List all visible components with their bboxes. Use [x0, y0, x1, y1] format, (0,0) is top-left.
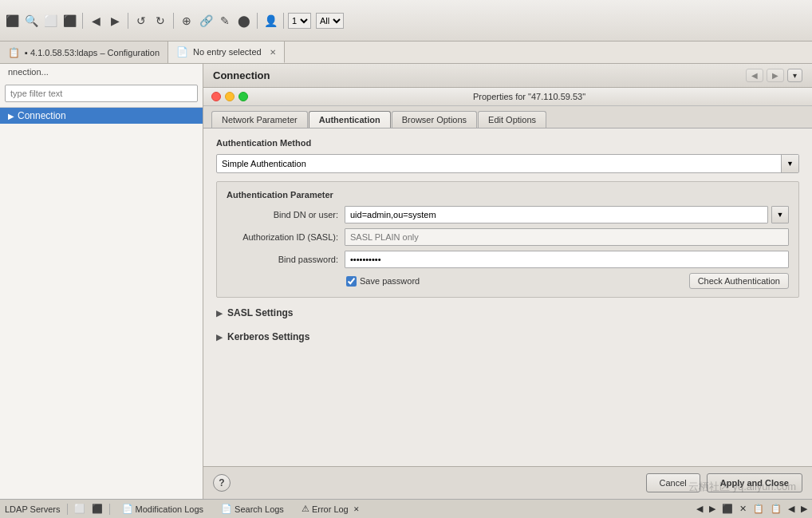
- ldap-servers-label: LDAP Servers: [5, 504, 61, 514]
- window-icon-2[interactable]: ⬛: [92, 504, 103, 514]
- toolbar-icon-3[interactable]: ⬜: [41, 12, 59, 30]
- tab-edit-label: Edit Options: [488, 115, 536, 125]
- cancel-button[interactable]: Cancel: [646, 473, 700, 492]
- toolbar-sep-5: [283, 13, 284, 29]
- tabs-bar: 📋 ▪ 4.1.0.58.53:ldaps – Configuration 📄 …: [0, 42, 812, 64]
- error-log-close[interactable]: ✕: [353, 505, 360, 513]
- toolbar-select-2[interactable]: All: [316, 13, 344, 29]
- status-bar: LDAP Servers ⬜ ⬛ 📄 Modification Logs 📄 S…: [0, 499, 812, 518]
- kerberos-settings-header[interactable]: ▶ Kerberos Settings: [216, 328, 799, 346]
- sasl-settings-section: ▶ SASL Settings: [216, 304, 799, 322]
- help-label: ?: [219, 477, 224, 488]
- toolbar-sep-1: [82, 13, 83, 29]
- sasl-settings-label: SASL Settings: [227, 307, 293, 318]
- toolbar-icon-10[interactable]: 🔗: [197, 12, 215, 30]
- auth-params-title: Authentication Parameter: [227, 190, 789, 200]
- status-forward[interactable]: ▶: [801, 504, 807, 514]
- tab-network-parameter[interactable]: Network Parameter: [211, 111, 308, 128]
- kerberos-settings-label: Kerberos Settings: [227, 331, 309, 342]
- app-frame: ⬛ 🔍 ⬜ ⬛ ◀ ▶ ↺ ↻ ⊕ 🔗 ✎ ⬤ 👤 1 All 📋 ▪ 4.1.…: [0, 0, 812, 518]
- toolbar-icon-11[interactable]: ✎: [216, 12, 234, 30]
- bind-dn-input[interactable]: [345, 206, 768, 223]
- status-sep-2: [109, 504, 110, 515]
- sidebar-tree: ▶ Connection: [0, 108, 203, 499]
- bind-dn-dropdown-btn[interactable]: ▼: [771, 206, 789, 223]
- status-tab-search[interactable]: 📄 Search Logs: [215, 502, 290, 516]
- save-password-label[interactable]: Save password: [346, 276, 420, 287]
- status-tab-error[interactable]: ⚠ Error Log ✕: [296, 502, 365, 516]
- auth-id-input[interactable]: [345, 228, 789, 246]
- window-close-btn[interactable]: [211, 92, 221, 101]
- status-minimize[interactable]: ⬛: [722, 504, 733, 514]
- window-icon-1[interactable]: ⬜: [74, 504, 85, 514]
- kerberos-settings-section: ▶ Kerberos Settings: [216, 328, 799, 346]
- toolbar-sep-2: [128, 13, 128, 29]
- toolbar-icon-6[interactable]: ▶: [106, 12, 124, 30]
- props-title-bar: Properties for "47.110.59.53": [203, 88, 812, 106]
- sasl-arrow-icon: ▶: [216, 309, 223, 318]
- tab-network-label: Network Parameter: [222, 115, 298, 125]
- status-back[interactable]: ◀: [788, 504, 794, 514]
- toolbar-sep-4: [257, 13, 258, 29]
- toolbar-select-1[interactable]: 1: [288, 13, 311, 29]
- bind-password-input[interactable]: [345, 251, 789, 268]
- status-tab-modification[interactable]: 📄 Modification Logs: [116, 502, 210, 516]
- top-toolbar: ⬛ 🔍 ⬜ ⬛ ◀ ▶ ↺ ↻ ⊕ 🔗 ✎ ⬤ 👤 1 All: [0, 0, 812, 42]
- toolbar-icon-1[interactable]: ⬛: [3, 12, 21, 30]
- search-logs-icon: 📄: [221, 504, 232, 514]
- toolbar-icon-5[interactable]: ◀: [87, 12, 104, 30]
- auth-id-label: Authorization ID (SASL):: [227, 232, 338, 242]
- auth-id-row: Authorization ID (SASL):: [227, 228, 789, 246]
- auth-method-select[interactable]: Simple Authentication: [216, 154, 799, 173]
- tab-configuration[interactable]: 📋 ▪ 4.1.0.58.53:ldaps – Configuration: [0, 42, 168, 63]
- toolbar-icons: ⬛ 🔍 ⬜ ⬛ ◀ ▶ ↺ ↻ ⊕ 🔗 ✎ ⬤ 👤 1 All: [3, 12, 344, 30]
- window-max-btn[interactable]: [238, 92, 248, 101]
- apply-close-button[interactable]: Apply and Close: [707, 473, 802, 492]
- auth-method-select-wrapper: Simple Authentication ▼: [216, 154, 799, 173]
- tab-noentry-icon: 📄: [176, 46, 188, 57]
- filter-input[interactable]: [5, 85, 198, 102]
- dialog-nav: ◀ ▶ ▾: [746, 69, 802, 82]
- auth-method-group: Authentication Method Simple Authenticat…: [216, 138, 799, 173]
- save-password-checkbox[interactable]: [346, 276, 357, 287]
- status-close[interactable]: ✕: [739, 504, 747, 514]
- tab-browser-options[interactable]: Browser Options: [392, 111, 477, 128]
- bind-password-row: Bind password:: [227, 251, 789, 268]
- status-copy-1[interactable]: 📋: [753, 504, 764, 514]
- sidebar-item-connection[interactable]: ▶ Connection: [0, 108, 203, 124]
- toolbar-icon-2[interactable]: 🔍: [22, 12, 40, 30]
- tab-auth-label: Authentication: [319, 115, 380, 125]
- props-tabs: Network Parameter Authentication Browser…: [203, 106, 812, 128]
- status-nav-right[interactable]: ▶: [709, 504, 715, 514]
- props-title-text: Properties for "47.110.59.53": [254, 92, 804, 101]
- toolbar-icon-12[interactable]: ⬤: [235, 12, 253, 30]
- sidebar: nnection... ▶ Connection: [0, 64, 203, 499]
- status-nav-left[interactable]: ◀: [696, 504, 703, 514]
- toolbar-icon-7[interactable]: ↺: [132, 12, 150, 30]
- toolbar-icon-4[interactable]: ⬛: [61, 12, 78, 30]
- tab-edit-options[interactable]: Edit Options: [478, 111, 546, 128]
- tab-config-label: ▪ 4.1.0.58.53:ldaps – Configuration: [25, 48, 160, 57]
- help-button[interactable]: ?: [213, 474, 231, 492]
- props-content: Authentication Method Simple Authenticat…: [203, 128, 812, 466]
- nav-dropdown-btn[interactable]: ▾: [787, 69, 802, 82]
- toolbar-icon-8[interactable]: ↻: [152, 12, 169, 30]
- tab-noentry-close[interactable]: ✕: [270, 48, 276, 57]
- cancel-label: Cancel: [660, 478, 687, 488]
- toolbar-icon-13[interactable]: 👤: [262, 12, 279, 30]
- sasl-settings-header[interactable]: ▶ SASL Settings: [216, 304, 799, 322]
- tab-no-entry[interactable]: 📄 No entry selected ✕: [168, 42, 285, 63]
- status-sep-1: [67, 504, 68, 515]
- dialog-header: Connection ◀ ▶ ▾: [203, 64, 812, 88]
- sidebar-conn-label: nnection...: [0, 64, 203, 80]
- window-min-btn[interactable]: [225, 92, 235, 101]
- nav-back-btn[interactable]: ◀: [746, 69, 763, 82]
- toolbar-icon-9[interactable]: ⊕: [178, 12, 195, 30]
- bind-password-label: Bind password:: [227, 255, 338, 264]
- check-auth-button[interactable]: Check Authentication: [689, 273, 789, 289]
- sidebar-filter-area: [0, 80, 203, 108]
- tab-authentication[interactable]: Authentication: [309, 111, 391, 128]
- status-copy-2[interactable]: 📋: [771, 504, 782, 514]
- auth-params-section: Authentication Parameter Bind DN or user…: [216, 181, 799, 298]
- nav-forward-btn[interactable]: ▶: [767, 69, 784, 82]
